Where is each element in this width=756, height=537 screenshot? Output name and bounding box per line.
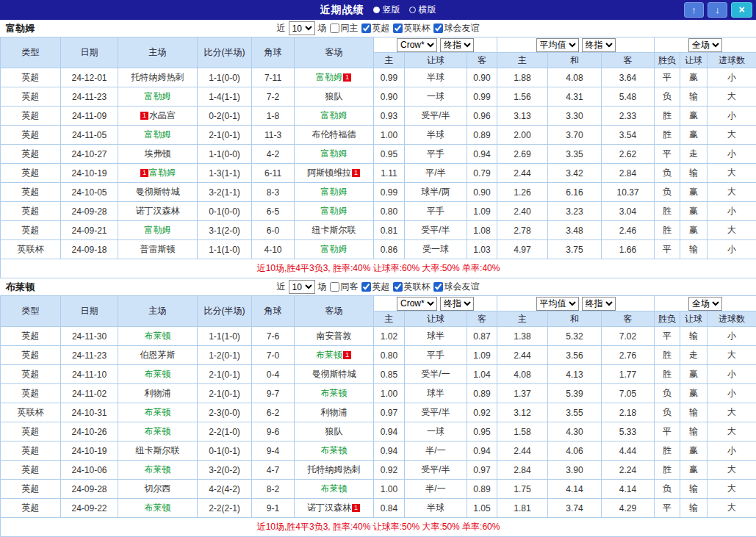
- friendly-checkbox[interactable]: [433, 282, 443, 292]
- league-filter-cup[interactable]: 英联杯: [393, 281, 431, 293]
- euro-home-odds: 1.38: [497, 327, 548, 346]
- euro-odds-selects: 平均值终指: [497, 37, 655, 53]
- league-filter-epl[interactable]: 英超: [361, 281, 390, 293]
- handicap-cell: 半/一: [405, 480, 467, 499]
- euro-time-select[interactable]: 终指: [582, 38, 616, 52]
- team-label: 诺丁汉森林: [307, 502, 351, 513]
- goals-result-cell: 小: [708, 365, 756, 384]
- asia-away-odds: 1.04: [467, 365, 497, 384]
- home-team-cell: 诺丁汉森林: [118, 202, 198, 221]
- match-row: 英超24-11-23伯恩茅斯1-2(0-1)7-0布莱顿10.80平手1.092…: [1, 346, 756, 365]
- result-cell: 负: [655, 384, 680, 403]
- goals-result-cell: 大: [708, 126, 756, 145]
- score-cell: 0-1(0-0): [198, 202, 252, 221]
- odds-company-select[interactable]: Crow*: [397, 297, 437, 311]
- team-label: 水晶宫: [149, 110, 176, 120]
- col-header-score: 比分(半场): [198, 296, 252, 327]
- asia-home-odds: 0.81: [374, 221, 405, 240]
- handicap-cell: 半球: [405, 126, 467, 145]
- result-cell: 胜: [655, 221, 680, 240]
- layout-horizontal-radio[interactable]: 横版: [409, 4, 436, 16]
- layout-vertical-radio[interactable]: 竖版: [373, 4, 400, 16]
- league-filter-cup[interactable]: 英联杯: [393, 22, 431, 35]
- league-filter-epl[interactable]: 英超: [361, 22, 390, 35]
- scope-select[interactable]: 全场: [688, 297, 722, 311]
- team-label: 纽卡斯尔联: [136, 445, 180, 455]
- euro-draw-odds: 3.55: [548, 403, 602, 422]
- handicap-cell: 平手: [405, 346, 467, 365]
- euro-away-odds: 10.37: [602, 183, 655, 202]
- team-label: 富勒姆: [316, 72, 342, 82]
- same-venue-filter[interactable]: 同主: [330, 22, 359, 35]
- col-header-euro-home: 主: [497, 53, 548, 68]
- handicap-cell: 一球: [405, 87, 467, 107]
- away-team-cell: 布莱顿: [295, 480, 374, 499]
- goals-result-cell: 小: [708, 107, 756, 126]
- euro-time-select[interactable]: 终指: [582, 297, 616, 311]
- cup-checkbox[interactable]: [393, 24, 403, 33]
- scroll-down-button[interactable]: ↓: [708, 2, 727, 18]
- friendly-checkbox[interactable]: [433, 24, 443, 33]
- same-venue-checkbox[interactable]: [330, 24, 339, 33]
- odds-company-select[interactable]: Crow*: [397, 38, 437, 52]
- euro-away-odds: 2.84: [602, 164, 655, 183]
- match-row: 英联杯24-09-18普雷斯顿1-1(1-0)4-10富勒姆0.86受一球1.0…: [1, 240, 756, 259]
- euro-home-odds: 1.88: [497, 68, 548, 87]
- same-venue-filter[interactable]: 同客: [330, 281, 359, 293]
- corner-cell: 8-3: [252, 183, 295, 202]
- euro-away-odds: 3.04: [602, 202, 655, 221]
- result-cell: 平: [655, 68, 680, 87]
- league-filter-friendly[interactable]: 球会友谊: [433, 281, 480, 293]
- date-cell: 24-11-23: [61, 87, 118, 107]
- same-venue-checkbox[interactable]: [330, 282, 339, 292]
- league-type-cell: 英超: [1, 499, 61, 518]
- match-count-select[interactable]: 10: [289, 280, 315, 294]
- odds-time-select[interactable]: 终指: [440, 38, 474, 52]
- asia-home-odds: 0.84: [374, 499, 405, 518]
- match-count-select[interactable]: 10: [289, 21, 315, 35]
- date-cell: 24-10-05: [61, 183, 118, 202]
- cup-checkbox[interactable]: [393, 282, 403, 292]
- goals-result-cell: 小: [708, 68, 756, 87]
- col-header-asia-away: 客: [467, 311, 497, 327]
- euro-home-odds: 3.12: [497, 403, 548, 422]
- asia-away-odds: 0.94: [467, 145, 497, 164]
- result-cell: 平: [655, 240, 680, 259]
- odds-time-select[interactable]: 终指: [440, 297, 474, 311]
- league-filter-friendly[interactable]: 球会友谊: [433, 22, 480, 35]
- home-team-cell: 富勒姆: [118, 221, 198, 240]
- score-cell: 2-1(0-1): [198, 126, 252, 145]
- handicap-result-cell: 赢: [680, 442, 708, 461]
- team-label: 富勒姆: [321, 148, 348, 159]
- score-cell: 2-2(1-0): [198, 422, 252, 442]
- euro-average-select[interactable]: 平均值: [536, 297, 579, 311]
- asia-away-odds: 1.09: [467, 202, 497, 221]
- friendly-label: 球会友谊: [444, 281, 480, 293]
- date-cell: 24-09-18: [61, 240, 118, 259]
- team-label: 狼队: [325, 91, 343, 101]
- euro-average-select[interactable]: 平均值: [536, 38, 579, 52]
- red-card-badge: 1: [140, 169, 148, 177]
- euro-draw-odds: 4.13: [548, 365, 602, 384]
- result-cell: 胜: [655, 365, 680, 384]
- euro-draw-odds: 3.35: [548, 145, 602, 164]
- epl-checkbox[interactable]: [361, 24, 371, 33]
- euro-away-odds: 2.62: [602, 145, 655, 164]
- red-card-badge: 1: [343, 73, 351, 82]
- epl-checkbox[interactable]: [361, 282, 371, 292]
- result-cell: 胜: [655, 107, 680, 126]
- euro-draw-odds: 3.30: [548, 107, 602, 126]
- league-type-cell: 英超: [1, 164, 61, 183]
- home-team-cell: 1水晶宫: [118, 107, 198, 126]
- match-row: 英超24-11-02利物浦2-1(0-1)9-7布莱顿1.00球半0.891.3…: [1, 384, 756, 403]
- handicap-result-cell: 输: [680, 240, 708, 259]
- close-button[interactable]: ×: [731, 2, 752, 18]
- home-team-cell: 1富勒姆: [118, 164, 198, 183]
- team-label: 利物浦: [321, 407, 348, 417]
- scroll-up-button[interactable]: ↑: [684, 2, 704, 18]
- scope-select[interactable]: 全场: [688, 38, 722, 52]
- asia-home-odds: 0.86: [374, 240, 405, 259]
- radio-selected-icon: [373, 7, 380, 13]
- filters-bar: 近 10 场 同客 英超 英联杯 球会友谊: [277, 280, 480, 294]
- team-label: 布莱顿: [145, 426, 171, 436]
